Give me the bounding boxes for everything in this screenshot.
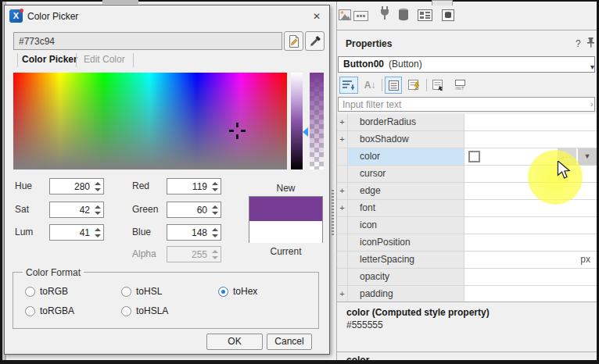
radio-icon[interactable] [121, 287, 131, 297]
value-dropdown-button[interactable]: ▼ [578, 148, 597, 165]
table-row[interactable]: iconPosition [337, 234, 597, 252]
saturation-hue-field[interactable] [13, 73, 287, 170]
expand-toggle[interactable] [337, 269, 348, 286]
property-name[interactable]: font [348, 200, 464, 217]
sort-categorized-button[interactable] [339, 77, 358, 94]
ok-button[interactable]: OK [206, 334, 263, 350]
radio-torgb[interactable]: toRGB [25, 286, 68, 297]
spin-down-icon[interactable] [212, 188, 218, 191]
ellipsis-tool-button[interactable] [353, 8, 368, 23]
property-name[interactable]: opacity [348, 269, 464, 286]
property-name[interactable]: color [348, 148, 464, 166]
property-value[interactable] [464, 217, 597, 234]
radio-icon[interactable] [25, 306, 35, 316]
spin-down-icon[interactable] [212, 212, 218, 215]
table-row[interactable]: opacity [337, 269, 597, 286]
property-value[interactable] [464, 286, 597, 302]
show-changed-button[interactable] [429, 77, 448, 94]
expand-toggle[interactable]: + [337, 114, 348, 131]
filter-input[interactable] [338, 97, 595, 112]
spinner-arrows[interactable] [93, 204, 102, 216]
color-crosshair[interactable] [229, 123, 246, 139]
property-value[interactable] [464, 200, 597, 217]
form-list-tool-button[interactable] [417, 7, 432, 23]
image-tool-button[interactable] [337, 7, 353, 23]
spinner-arrows[interactable] [93, 180, 102, 193]
table-row[interactable]: +padding [337, 286, 597, 302]
close-icon[interactable]: ✕ [310, 10, 323, 23]
table-row[interactable]: +borderRadius [337, 114, 597, 131]
property-value[interactable] [464, 234, 597, 252]
spin-down-icon[interactable] [95, 188, 101, 191]
spin-up-icon[interactable] [95, 205, 101, 209]
table-row[interactable]: icon [337, 217, 597, 234]
expand-toggle[interactable] [337, 252, 348, 269]
spin-down-icon[interactable] [95, 212, 101, 215]
show-properties-button[interactable] [385, 77, 402, 94]
radio-icon[interactable] [218, 287, 228, 297]
database-tool-button[interactable] [440, 7, 456, 23]
show-events-button[interactable] [405, 77, 424, 94]
color-swatch[interactable] [468, 151, 480, 162]
red-spinner[interactable]: 119 [167, 178, 221, 194]
alpha-slider[interactable] [310, 73, 324, 170]
spin-up-icon[interactable] [212, 205, 218, 209]
spin-up-icon[interactable] [212, 228, 218, 231]
spin-up-icon[interactable] [95, 228, 101, 231]
cancel-button[interactable]: Cancel [267, 334, 312, 350]
sort-alpha-button[interactable]: A↓ [361, 77, 378, 94]
help-button[interactable]: ? [576, 38, 581, 49]
filter-clear-icon[interactable]: › [590, 99, 594, 109]
sat-spinner[interactable]: 42 [49, 202, 104, 218]
spin-up-icon[interactable] [95, 182, 101, 185]
property-name[interactable]: iconPosition [348, 234, 464, 252]
luminance-slider[interactable] [291, 73, 303, 170]
radio-torgba[interactable]: toRGBA [25, 305, 74, 316]
copy-color-button[interactable] [284, 31, 303, 51]
tab-edit-color[interactable]: Edit Color [84, 54, 125, 65]
radio-tohsl[interactable]: toHSL [121, 286, 162, 297]
property-name[interactable]: boxShadow [348, 131, 464, 148]
radio-icon[interactable] [121, 306, 131, 316]
eyedropper-button[interactable] [305, 31, 325, 51]
spinner-arrows[interactable] [93, 227, 102, 239]
expand-toggle[interactable] [337, 166, 348, 183]
hue-spinner[interactable]: 280 [49, 178, 104, 194]
lum-spinner[interactable]: 41 [49, 224, 104, 241]
spinner-arrows[interactable] [210, 180, 219, 193]
radio-tohsla[interactable]: toHSLA [121, 305, 168, 316]
property-value[interactable]: px [464, 252, 597, 269]
expand-toggle[interactable] [337, 148, 348, 166]
spinner-arrows[interactable] [210, 227, 219, 239]
property-name[interactable]: padding [348, 286, 464, 302]
pin-button[interactable] [586, 37, 595, 50]
table-row[interactable]: letterSpacingpx [337, 252, 597, 269]
property-value[interactable] [464, 114, 597, 131]
init-button[interactable]: INIT [450, 77, 470, 94]
expand-toggle[interactable] [337, 234, 348, 252]
spin-down-icon[interactable] [95, 234, 101, 237]
property-name[interactable]: cursor [348, 166, 464, 183]
spin-down-icon[interactable] [212, 234, 218, 237]
plug-tool-button[interactable] [377, 5, 393, 21]
luminance-marker-icon[interactable] [303, 127, 308, 137]
property-name[interactable]: borderRadius [348, 114, 464, 131]
green-spinner[interactable]: 60 [167, 202, 221, 218]
trash-tool-button[interactable] [396, 6, 411, 22]
tab-color-picker[interactable]: Color Picker [22, 54, 77, 65]
radio-tohex[interactable]: toHex [218, 286, 257, 297]
property-name[interactable]: icon [348, 217, 464, 234]
expand-toggle[interactable]: + [337, 200, 348, 217]
expand-toggle[interactable]: + [337, 131, 348, 148]
property-name[interactable]: edge [348, 183, 464, 200]
expand-toggle[interactable]: + [337, 286, 348, 302]
property-value[interactable] [464, 269, 597, 286]
property-name[interactable]: letterSpacing [348, 252, 464, 269]
dialog-titlebar[interactable]: X Color Picker ✕ [5, 5, 329, 27]
property-value[interactable] [464, 131, 597, 148]
splitter-handle[interactable] [332, 190, 334, 235]
expand-toggle[interactable]: + [337, 183, 348, 200]
hex-color-input[interactable] [13, 32, 282, 50]
table-row[interactable]: +boxShadow [337, 131, 597, 148]
spinner-arrows[interactable] [210, 204, 219, 216]
